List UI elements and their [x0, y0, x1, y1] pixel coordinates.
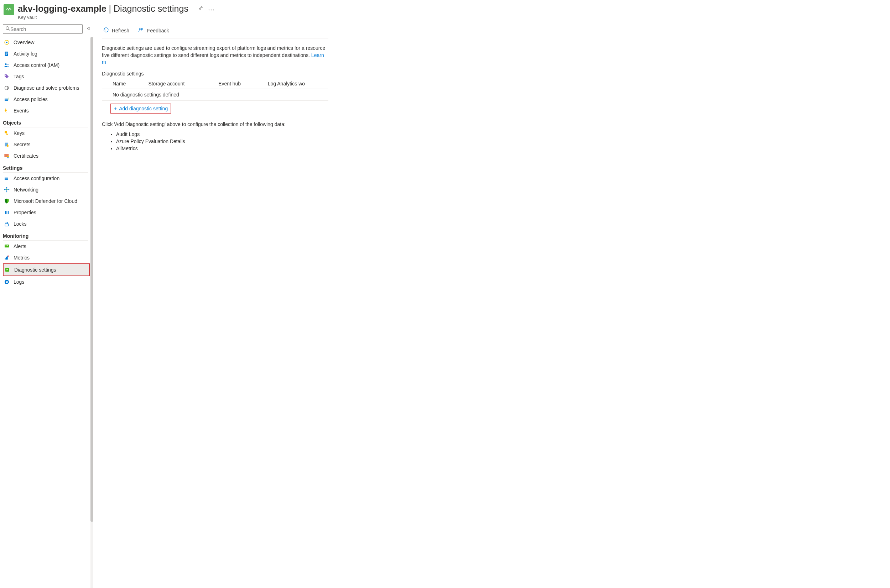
sidebar-item-locks[interactable]: Locks	[3, 218, 90, 230]
main-content: Refresh Feedback Diagnostic settings are…	[93, 23, 328, 588]
sidebar-item-secrets[interactable]: Secrets	[3, 139, 90, 150]
svg-rect-8	[6, 52, 8, 53]
refresh-label: Refresh	[112, 28, 129, 33]
svg-point-3	[6, 27, 9, 30]
svg-point-29	[6, 189, 8, 190]
refresh-button[interactable]: Refresh	[102, 26, 131, 34]
sidebar-item-label: Diagnose and solve problems	[14, 85, 79, 91]
svg-point-1	[211, 9, 212, 10]
pin-icon[interactable]	[198, 5, 203, 12]
sidebar-item-keys[interactable]: Keys	[3, 128, 90, 139]
svg-point-31	[9, 189, 10, 190]
sidebar-item-properties[interactable]: Properties	[3, 207, 90, 218]
sidebar-item-overview[interactable]: Overview	[3, 37, 90, 48]
sidebar-item-label: Overview	[14, 39, 34, 45]
alerts-icon	[3, 243, 10, 249]
svg-rect-39	[5, 258, 6, 260]
sidebar-item-label: Certificates	[14, 153, 39, 159]
sidebar: OverviewActivity logAccess control (IAM)…	[0, 23, 93, 588]
collapse-sidebar-icon[interactable]	[86, 26, 93, 32]
svg-point-32	[6, 187, 8, 188]
sidebar-item-access-configuration[interactable]: Access configuration	[3, 172, 90, 184]
sidebar-search[interactable]	[3, 24, 83, 34]
svg-point-42	[8, 255, 9, 256]
certificates-icon	[3, 153, 10, 159]
sidebar-item-logs[interactable]: Logs	[3, 276, 90, 288]
sidebar-item-microsoft-defender-for-cloud[interactable]: Microsoft Defender for Cloud	[3, 195, 90, 207]
activitylog-icon	[3, 51, 10, 57]
feedback-button[interactable]: Feedback	[137, 26, 170, 34]
data-type-item: Audit Logs	[116, 130, 328, 138]
sidebar-item-metrics[interactable]: Metrics	[3, 252, 90, 263]
svg-rect-37	[5, 224, 8, 226]
column-header: Event hub	[207, 79, 257, 89]
sidebar-item-events[interactable]: Events	[3, 105, 90, 116]
sidebar-item-access-control-iam-[interactable]: Access control (IAM)	[3, 60, 90, 71]
iam-icon	[3, 62, 10, 68]
scrollbar-thumb[interactable]	[90, 37, 93, 522]
svg-rect-17	[5, 100, 8, 101]
networking-icon	[3, 186, 10, 193]
diagnose-icon	[3, 85, 10, 91]
accesspolicies-icon	[3, 96, 10, 102]
svg-point-0	[209, 9, 210, 10]
page-name: Diagnostic settings	[114, 3, 188, 14]
diagnostic-settings-table: NameStorage accountEvent hubLog Analytic…	[102, 79, 328, 101]
svg-point-2	[213, 9, 214, 10]
svg-point-33	[6, 192, 8, 192]
page-header: akv-logging-example | Diagnostic setting…	[0, 0, 890, 23]
svg-rect-10	[6, 54, 7, 55]
data-types-list: Audit LogsAzure Policy Evaluation Detail…	[102, 130, 328, 152]
svg-rect-9	[6, 53, 8, 54]
sidebar-section-objects: Objects	[3, 116, 88, 128]
table-empty-row: No diagnostic settings defined	[102, 88, 328, 100]
sidebar-item-label: Keys	[14, 130, 24, 136]
column-header: Name	[102, 79, 137, 89]
sidebar-item-certificates[interactable]: Certificates	[3, 150, 90, 162]
svg-point-48	[139, 28, 141, 30]
sidebar-item-networking[interactable]: Networking	[3, 184, 90, 195]
defender-icon	[3, 198, 10, 204]
overview-icon	[3, 39, 10, 45]
data-type-item: Azure Policy Evaluation Details	[116, 138, 328, 145]
add-diagnostic-setting-button[interactable]: + Add diagnostic setting	[110, 104, 171, 114]
svg-point-30	[4, 189, 5, 190]
search-icon	[5, 26, 11, 32]
svg-rect-15	[5, 98, 8, 98]
secrets-icon	[3, 141, 10, 148]
svg-rect-28	[5, 179, 8, 180]
sidebar-item-diagnose-and-solve-problems[interactable]: Diagnose and solve problems	[3, 82, 90, 94]
properties-icon	[3, 209, 10, 216]
sidebar-item-access-policies[interactable]: Access policies	[3, 94, 90, 105]
svg-rect-36	[8, 211, 9, 214]
resource-name: akv-logging-example	[18, 3, 107, 14]
svg-rect-46	[6, 282, 8, 282]
sidebar-item-label: Access control (IAM)	[14, 62, 60, 68]
locks-icon	[3, 220, 10, 227]
resource-type: Key vault	[18, 15, 214, 20]
svg-point-6	[6, 42, 8, 43]
more-icon[interactable]	[208, 6, 214, 12]
svg-rect-16	[5, 99, 8, 99]
tags-icon	[3, 74, 10, 80]
sidebar-item-label: Locks	[14, 221, 27, 227]
sidebar-item-label: Secrets	[14, 142, 30, 147]
diagsettings-icon	[4, 267, 11, 273]
sidebar-item-label: Tags	[14, 74, 24, 80]
sidebar-item-label: Metrics	[14, 255, 30, 261]
search-input[interactable]	[11, 26, 80, 32]
svg-line-4	[9, 29, 10, 31]
plus-icon: +	[114, 106, 117, 111]
svg-point-25	[7, 156, 9, 158]
sidebar-scrollbar[interactable]	[90, 37, 93, 588]
sidebar-item-activity-log[interactable]: Activity log	[3, 48, 90, 60]
description-text: Diagnostic settings are used to configur…	[102, 39, 328, 69]
events-icon	[3, 108, 10, 114]
sidebar-item-label: Access policies	[14, 96, 48, 102]
metrics-icon	[3, 255, 10, 261]
feedback-label: Feedback	[147, 28, 169, 33]
sidebar-item-alerts[interactable]: Alerts	[3, 241, 90, 252]
sidebar-item-diagnostic-settings[interactable]: Diagnostic settings	[3, 263, 90, 276]
sidebar-item-label: Access configuration	[14, 176, 60, 181]
sidebar-item-tags[interactable]: Tags	[3, 71, 90, 82]
